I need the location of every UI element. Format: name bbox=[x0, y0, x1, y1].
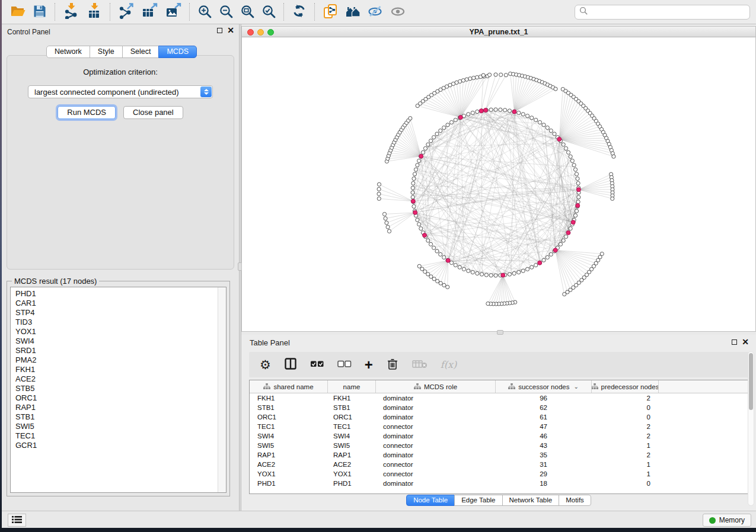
ring-node[interactable] bbox=[412, 177, 416, 180]
leaf-node[interactable] bbox=[487, 73, 491, 76]
ring-node[interactable] bbox=[503, 108, 507, 112]
network-titlebar[interactable]: YPA_prune.txt_1 bbox=[242, 27, 755, 37]
result-scrollbar[interactable] bbox=[218, 287, 226, 492]
tab-select[interactable]: Select bbox=[122, 46, 160, 58]
leaf-node[interactable] bbox=[494, 73, 497, 76]
ring-node[interactable] bbox=[411, 186, 414, 190]
tab-motifs[interactable]: Motifs bbox=[559, 495, 591, 506]
tab-mcds[interactable]: MCDS bbox=[158, 46, 197, 58]
leaf-node[interactable] bbox=[377, 197, 381, 200]
ring-node[interactable] bbox=[508, 109, 511, 113]
mcds-hub-node[interactable] bbox=[512, 110, 516, 114]
mcds-hub-node[interactable] bbox=[419, 154, 423, 158]
memory-button[interactable]: Memory bbox=[703, 514, 751, 527]
ring-node[interactable] bbox=[549, 252, 553, 256]
mcds-hub-node[interactable] bbox=[483, 108, 487, 113]
leaf-node[interactable] bbox=[377, 182, 381, 186]
ring-node[interactable] bbox=[432, 136, 436, 139]
ring-node[interactable] bbox=[454, 118, 457, 121]
ring-node[interactable] bbox=[573, 214, 577, 217]
ring-node[interactable] bbox=[576, 200, 580, 204]
leaf-node[interactable] bbox=[385, 221, 388, 225]
leaf-node[interactable] bbox=[432, 277, 436, 281]
result-node-item[interactable]: STP4 bbox=[11, 308, 217, 318]
ring-node[interactable] bbox=[525, 114, 529, 118]
ring-node[interactable] bbox=[521, 269, 525, 273]
function-builder-button[interactable]: f(x) bbox=[437, 358, 460, 371]
leaf-node[interactable] bbox=[461, 79, 465, 82]
ring-node[interactable] bbox=[508, 273, 511, 276]
mcds-hub-node[interactable] bbox=[538, 261, 542, 265]
ring-node[interactable] bbox=[542, 123, 546, 127]
ring-node[interactable] bbox=[494, 274, 497, 277]
show-all-columns-button[interactable] bbox=[307, 357, 328, 372]
column-header-shared-name[interactable]: shared name bbox=[250, 380, 328, 393]
tab-edge-table[interactable]: Edge Table bbox=[454, 495, 502, 506]
ring-node[interactable] bbox=[553, 132, 556, 136]
table-row[interactable]: SWI5SWI5connector431 bbox=[250, 441, 749, 450]
table-scrollbar-thumb[interactable] bbox=[749, 353, 753, 410]
ring-node[interactable] bbox=[542, 258, 546, 262]
ring-node[interactable] bbox=[575, 172, 578, 176]
ring-node[interactable] bbox=[489, 108, 493, 111]
table-row[interactable]: ACE2ACE2connector311 bbox=[250, 460, 749, 469]
leaf-node[interactable] bbox=[499, 73, 503, 76]
table-row[interactable]: PHD1PHD1dominator180 bbox=[250, 479, 749, 488]
ring-node[interactable] bbox=[534, 118, 538, 121]
ring-node[interactable] bbox=[546, 255, 549, 259]
ring-node[interactable] bbox=[413, 172, 416, 176]
toggle-column-display-button[interactable] bbox=[280, 356, 301, 373]
table-row[interactable]: YOX1YOX1connector291 bbox=[250, 469, 749, 479]
ring-node[interactable] bbox=[416, 218, 419, 222]
mcds-hub-node[interactable] bbox=[413, 210, 417, 214]
result-node-item[interactable]: STB1 bbox=[11, 412, 217, 422]
mcds-hub-node[interactable] bbox=[501, 273, 505, 277]
result-node-item[interactable]: GCR1 bbox=[11, 441, 217, 450]
result-node-item[interactable]: ACE2 bbox=[11, 374, 217, 384]
search-input[interactable] bbox=[588, 7, 749, 18]
result-node-item[interactable]: SWI4 bbox=[11, 336, 217, 346]
zoom-out-button[interactable] bbox=[215, 3, 237, 21]
table-row[interactable]: RAP1RAP1dominator352 bbox=[250, 450, 749, 460]
tab-node-table[interactable]: Node Table bbox=[406, 495, 455, 506]
zoom-selected-button[interactable] bbox=[258, 3, 279, 21]
run-mcds-button[interactable]: Run MCDS bbox=[58, 106, 116, 119]
leaf-node[interactable] bbox=[472, 76, 476, 79]
node-table[interactable]: shared namenameMCDS rolesuccessor nodes⌄… bbox=[249, 380, 749, 494]
export-network-button[interactable] bbox=[114, 2, 138, 22]
ring-node[interactable] bbox=[417, 222, 421, 226]
ring-node[interactable] bbox=[416, 164, 419, 167]
table-scrollbar[interactable] bbox=[748, 351, 754, 506]
ring-node[interactable] bbox=[559, 242, 562, 246]
ring-node[interactable] bbox=[564, 235, 567, 238]
mcds-hub-node[interactable] bbox=[557, 137, 562, 142]
ring-node[interactable] bbox=[412, 204, 416, 208]
ring-node[interactable] bbox=[439, 129, 442, 133]
table-settings-button[interactable]: ⚙ bbox=[256, 358, 275, 372]
create-column-button[interactable]: + bbox=[361, 358, 377, 372]
mcds-hub-node[interactable] bbox=[422, 233, 426, 238]
ring-node[interactable] bbox=[467, 113, 470, 116]
leaf-node[interactable] bbox=[465, 78, 468, 81]
leaf-node[interactable] bbox=[612, 155, 615, 158]
leaf-node[interactable] bbox=[436, 279, 439, 283]
delete-table-button[interactable] bbox=[409, 357, 431, 372]
mcds-hub-node[interactable] bbox=[576, 188, 580, 192]
network-canvas[interactable] bbox=[242, 37, 755, 331]
float-panel-icon[interactable] bbox=[217, 28, 222, 33]
result-node-item[interactable]: RAP1 bbox=[11, 403, 217, 412]
ring-node[interactable] bbox=[573, 168, 577, 171]
import-table-button[interactable] bbox=[82, 2, 106, 22]
mcds-hub-node[interactable] bbox=[576, 203, 580, 207]
ring-node[interactable] bbox=[476, 271, 479, 275]
search-box[interactable] bbox=[575, 5, 750, 20]
ring-node[interactable] bbox=[484, 273, 488, 277]
result-node-item[interactable]: YOX1 bbox=[11, 327, 217, 336]
ring-node[interactable] bbox=[429, 242, 432, 246]
leaf-node[interactable] bbox=[554, 87, 557, 91]
leaf-node[interactable] bbox=[409, 117, 412, 120]
ring-node[interactable] bbox=[449, 120, 453, 124]
ring-node[interactable] bbox=[576, 177, 579, 180]
ring-node[interactable] bbox=[411, 191, 414, 194]
ring-node[interactable] bbox=[442, 255, 446, 259]
